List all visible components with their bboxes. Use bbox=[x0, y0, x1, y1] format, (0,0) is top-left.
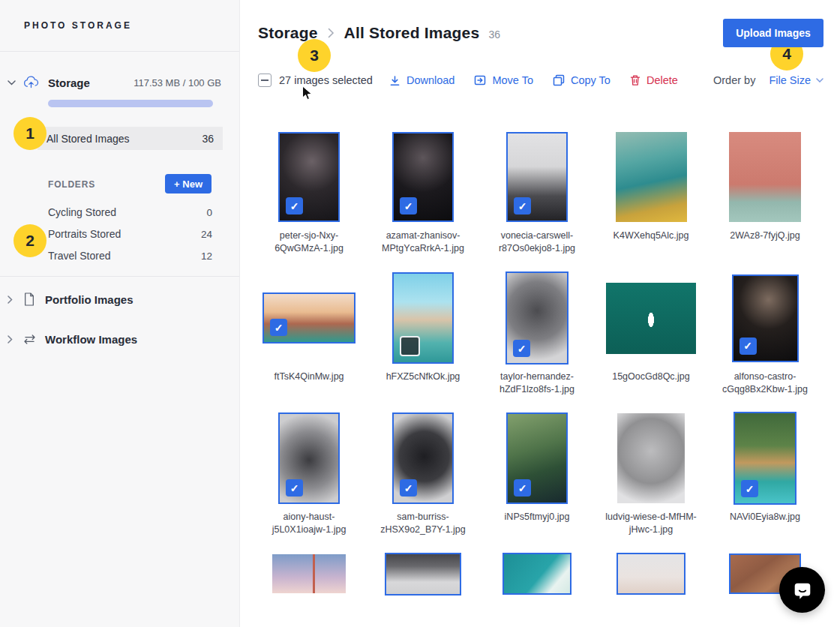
chevron-right-icon[interactable] bbox=[8, 296, 13, 304]
image-thumbnail[interactable] bbox=[394, 274, 452, 362]
image-filename: ftTsK4QinMw.jpg bbox=[274, 370, 344, 383]
sidebar-item-travel-stored[interactable]: Travel Stored 12 bbox=[48, 248, 212, 264]
sidebar-item-all-stored-images[interactable]: All Stored Images 36 bbox=[38, 127, 223, 150]
chevron-right-icon[interactable] bbox=[8, 335, 13, 344]
image-thumbnail[interactable] bbox=[616, 132, 687, 222]
sidebar-item-portfolio-images[interactable]: Portfolio Images bbox=[8, 289, 221, 310]
move-to-button[interactable]: Move To bbox=[474, 74, 533, 86]
download-icon bbox=[389, 75, 400, 86]
chevron-down-icon[interactable] bbox=[8, 80, 16, 86]
storage-progress-bar bbox=[48, 100, 213, 107]
image-thumbnail[interactable] bbox=[272, 554, 346, 593]
image-filename: 15gOocGd8Qc.jpg bbox=[612, 370, 690, 383]
image-thumbnail[interactable] bbox=[618, 554, 684, 593]
image-thumbnail[interactable] bbox=[606, 283, 696, 354]
storage-label: Storage bbox=[48, 76, 90, 89]
image-filename: 2WAz8-7fyjQ.jpg bbox=[730, 230, 800, 242]
move-to-label: Move To bbox=[492, 74, 533, 86]
image-card: vonecia-carswell-r87Os0ekjo8-1.jpg bbox=[486, 131, 588, 255]
image-card: alfonso-castro-cGqg8Bx2Kbw-1.jpg bbox=[714, 272, 816, 396]
swap-arrows-icon bbox=[21, 334, 38, 344]
delete-label: Delete bbox=[646, 74, 678, 86]
image-thumbnail[interactable] bbox=[734, 276, 797, 361]
annotation-marker-1: 1 bbox=[14, 117, 46, 150]
download-button[interactable]: Download bbox=[389, 74, 455, 86]
copy-to-label: Copy To bbox=[571, 74, 610, 86]
order-by-label: Order by bbox=[713, 74, 755, 86]
copy-to-icon bbox=[553, 74, 565, 86]
sidebar-item-workflow-images[interactable]: Workflow Images bbox=[8, 328, 221, 350]
image-filename: iNPs5ftmyj0.jpg bbox=[505, 511, 570, 524]
copy-to-button[interactable]: Copy To bbox=[553, 74, 610, 86]
image-card: hFXZ5cNfkOk.jpg bbox=[372, 272, 474, 396]
sidebar: PHOTO STORAGE Storage 117.53 MB / 100 GB… bbox=[0, 0, 240, 627]
folder-label: Portraits Stored bbox=[48, 228, 121, 240]
chat-launcher-button[interactable] bbox=[779, 567, 825, 613]
sidebar-divider bbox=[0, 276, 239, 277]
image-thumbnail[interactable] bbox=[508, 414, 566, 502]
order-by-group: Order by File Size bbox=[713, 74, 824, 86]
sidebar-item-portraits-stored[interactable]: Portraits Stored 24 bbox=[48, 226, 212, 242]
order-by-dropdown[interactable]: File Size bbox=[769, 74, 824, 86]
image-card bbox=[600, 554, 702, 594]
select-all-checkbox[interactable] bbox=[258, 74, 272, 87]
image-card bbox=[486, 554, 588, 594]
image-filename: K4WXehq5Alc.jpg bbox=[614, 230, 689, 242]
folder-count: 0 bbox=[206, 207, 212, 218]
image-thumbnail[interactable] bbox=[729, 132, 801, 222]
image-thumbnail[interactable] bbox=[394, 414, 452, 502]
image-thumbnail[interactable] bbox=[735, 413, 795, 503]
image-thumbnail[interactable] bbox=[386, 554, 460, 594]
download-label: Download bbox=[406, 74, 455, 86]
page-title: All Stored Images bbox=[344, 24, 480, 42]
image-card: ludvig-wiese-d-MfHM-jHwc-1.jpg bbox=[600, 412, 702, 536]
image-card: aiony-haust-j5L0X1ioajw-1.jpg bbox=[258, 412, 360, 536]
portfolio-label: Portfolio Images bbox=[45, 293, 134, 306]
image-thumbnail[interactable] bbox=[508, 134, 566, 220]
sidebar-item-storage[interactable]: Storage 117.53 MB / 100 GB bbox=[8, 74, 221, 92]
breadcrumb: Storage All Stored Images 36 bbox=[258, 24, 500, 42]
chevron-down-icon bbox=[816, 78, 824, 82]
image-thumbnail[interactable] bbox=[617, 413, 685, 503]
sidebar-item-cycling-stored[interactable]: Cycling Stored 0 bbox=[48, 204, 212, 220]
image-filename: azamat-zhanisov-MPtgYcaRrkA-1.jpg bbox=[372, 230, 474, 255]
image-thumbnail[interactable] bbox=[504, 554, 570, 593]
image-filename: NAVi0Eyia8w.jpg bbox=[730, 511, 800, 524]
image-card: 2WAz8-7fyjQ.jpg bbox=[714, 131, 816, 255]
all-images-count: 36 bbox=[202, 133, 214, 145]
folder-count: 24 bbox=[201, 229, 212, 240]
image-card: NAVi0Eyia8w.jpg bbox=[714, 412, 816, 536]
image-card: taylor-hernandez-hZdF1lzo8fs-1.jpg bbox=[486, 272, 588, 396]
photo-storage-app: PHOTO STORAGE Storage 117.53 MB / 100 GB… bbox=[0, 0, 840, 627]
selected-count-text: 27 images selected bbox=[279, 74, 373, 86]
annotation-marker-2: 2 bbox=[14, 224, 46, 257]
image-filename: aiony-haust-j5L0X1ioajw-1.jpg bbox=[258, 511, 360, 536]
image-thumbnail[interactable] bbox=[280, 414, 338, 502]
workflow-label: Workflow Images bbox=[45, 333, 137, 346]
page-count: 36 bbox=[488, 28, 500, 40]
image-thumbnail[interactable] bbox=[507, 273, 567, 363]
storage-usage: 117.53 MB / 100 GB bbox=[134, 77, 221, 88]
folder-count: 12 bbox=[201, 250, 212, 262]
image-filename: sam-burriss-zHSX9o2_B7Y-1.jpg bbox=[372, 511, 474, 536]
indeterminate-mark bbox=[261, 80, 268, 81]
image-card: 15gOocGd8Qc.jpg bbox=[600, 272, 702, 396]
image-thumbnail[interactable] bbox=[394, 134, 452, 220]
move-to-icon bbox=[474, 74, 486, 86]
cloud-upload-icon bbox=[23, 76, 39, 90]
chevron-right-icon bbox=[328, 28, 334, 38]
image-filename: ludvig-wiese-d-MfHM-jHwc-1.jpg bbox=[600, 511, 702, 536]
image-card: peter-sjo-Nxy-6QwGMzA-1.jpg bbox=[258, 131, 360, 255]
image-grid-row-3: aiony-haust-j5L0X1ioajw-1.jpg sam-burris… bbox=[258, 412, 828, 536]
image-thumbnail[interactable] bbox=[264, 294, 354, 342]
new-folder-button[interactable]: + New bbox=[165, 174, 212, 194]
upload-images-button[interactable]: Upload Images bbox=[723, 19, 824, 47]
image-thumbnail[interactable] bbox=[280, 134, 338, 220]
image-filename: vonecia-carswell-r87Os0ekjo8-1.jpg bbox=[486, 230, 588, 255]
folder-label: Travel Stored bbox=[48, 250, 111, 262]
image-grid-row-1: peter-sjo-Nxy-6QwGMzA-1.jpg azamat-zhani… bbox=[258, 131, 828, 255]
chat-bubble-icon bbox=[791, 579, 814, 602]
delete-button[interactable]: Delete bbox=[630, 74, 678, 86]
image-grid-row-4 bbox=[258, 554, 828, 594]
trash-icon bbox=[630, 74, 640, 86]
